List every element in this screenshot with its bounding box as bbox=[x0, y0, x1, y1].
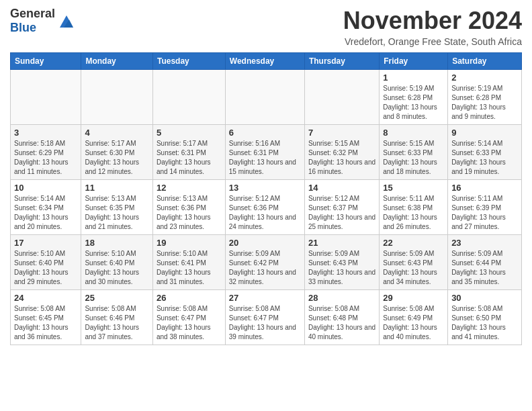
day-number: 11 bbox=[85, 183, 149, 193]
calendar-cell: 25Sunrise: 5:08 AM Sunset: 6:46 PM Dayli… bbox=[81, 290, 153, 345]
day-number: 6 bbox=[229, 128, 301, 138]
day-info: Sunrise: 5:14 AM Sunset: 6:33 PM Dayligh… bbox=[451, 139, 518, 177]
day-info: Sunrise: 5:08 AM Sunset: 6:47 PM Dayligh… bbox=[229, 304, 301, 342]
day-info: Sunrise: 5:11 AM Sunset: 6:38 PM Dayligh… bbox=[383, 194, 444, 232]
day-info: Sunrise: 5:19 AM Sunset: 6:28 PM Dayligh… bbox=[383, 84, 444, 122]
day-info: Sunrise: 5:09 AM Sunset: 6:43 PM Dayligh… bbox=[308, 249, 375, 287]
day-number: 17 bbox=[14, 238, 77, 248]
calendar-cell: 6Sunrise: 5:16 AM Sunset: 6:31 PM Daylig… bbox=[225, 125, 304, 180]
calendar-cell: 9Sunrise: 5:14 AM Sunset: 6:33 PM Daylig… bbox=[448, 125, 522, 180]
day-info: Sunrise: 5:08 AM Sunset: 6:46 PM Dayligh… bbox=[85, 304, 149, 342]
calendar-cell: 18Sunrise: 5:10 AM Sunset: 6:40 PM Dayli… bbox=[81, 235, 153, 290]
day-info: Sunrise: 5:16 AM Sunset: 6:31 PM Dayligh… bbox=[229, 139, 301, 177]
day-info: Sunrise: 5:08 AM Sunset: 6:49 PM Dayligh… bbox=[383, 304, 444, 342]
weekday-monday: Monday bbox=[81, 53, 153, 70]
calendar-cell: 12Sunrise: 5:13 AM Sunset: 6:36 PM Dayli… bbox=[152, 180, 225, 235]
day-number: 28 bbox=[308, 293, 375, 303]
calendar-cell: 28Sunrise: 5:08 AM Sunset: 6:48 PM Dayli… bbox=[304, 290, 379, 345]
day-info: Sunrise: 5:10 AM Sunset: 6:40 PM Dayligh… bbox=[85, 249, 149, 287]
calendar-cell bbox=[304, 70, 379, 125]
day-number: 12 bbox=[157, 183, 222, 193]
week-row-4: 24Sunrise: 5:08 AM Sunset: 6:45 PM Dayli… bbox=[11, 290, 522, 345]
calendar-cell: 23Sunrise: 5:09 AM Sunset: 6:44 PM Dayli… bbox=[448, 235, 522, 290]
calendar-cell: 29Sunrise: 5:08 AM Sunset: 6:49 PM Dayli… bbox=[380, 290, 448, 345]
day-number: 3 bbox=[14, 128, 77, 138]
calendar-cell bbox=[152, 70, 225, 125]
day-number: 7 bbox=[308, 128, 375, 138]
day-number: 23 bbox=[451, 238, 518, 248]
day-number: 14 bbox=[308, 183, 375, 193]
calendar-cell: 22Sunrise: 5:09 AM Sunset: 6:43 PM Dayli… bbox=[380, 235, 448, 290]
day-info: Sunrise: 5:08 AM Sunset: 6:47 PM Dayligh… bbox=[157, 304, 222, 342]
calendar-cell: 26Sunrise: 5:08 AM Sunset: 6:47 PM Dayli… bbox=[152, 290, 225, 345]
day-info: Sunrise: 5:08 AM Sunset: 6:45 PM Dayligh… bbox=[14, 304, 77, 342]
calendar-cell: 10Sunrise: 5:14 AM Sunset: 6:34 PM Dayli… bbox=[11, 180, 81, 235]
calendar-cell: 27Sunrise: 5:08 AM Sunset: 6:47 PM Dayli… bbox=[225, 290, 304, 345]
day-number: 4 bbox=[85, 128, 149, 138]
day-number: 8 bbox=[383, 128, 444, 138]
day-number: 5 bbox=[157, 128, 222, 138]
calendar-body: 1Sunrise: 5:19 AM Sunset: 6:28 PM Daylig… bbox=[11, 70, 522, 345]
day-info: Sunrise: 5:08 AM Sunset: 6:50 PM Dayligh… bbox=[451, 304, 518, 342]
day-info: Sunrise: 5:08 AM Sunset: 6:48 PM Dayligh… bbox=[308, 304, 375, 342]
logo-icon bbox=[57, 11, 76, 30]
day-info: Sunrise: 5:10 AM Sunset: 6:40 PM Dayligh… bbox=[14, 249, 77, 287]
day-info: Sunrise: 5:18 AM Sunset: 6:29 PM Dayligh… bbox=[14, 139, 77, 177]
day-info: Sunrise: 5:09 AM Sunset: 6:42 PM Dayligh… bbox=[229, 249, 301, 287]
day-info: Sunrise: 5:19 AM Sunset: 6:28 PM Dayligh… bbox=[451, 84, 518, 122]
week-row-1: 3Sunrise: 5:18 AM Sunset: 6:29 PM Daylig… bbox=[11, 125, 522, 180]
logo: General Blue bbox=[10, 7, 76, 35]
page-container: General Blue November 2024 Vredefort, Or… bbox=[0, 0, 532, 352]
logo-text: General Blue bbox=[10, 7, 55, 35]
day-info: Sunrise: 5:11 AM Sunset: 6:39 PM Dayligh… bbox=[451, 194, 518, 232]
day-number: 9 bbox=[451, 128, 518, 138]
day-number: 15 bbox=[383, 183, 444, 193]
calendar-cell bbox=[11, 70, 81, 125]
day-number: 10 bbox=[14, 183, 77, 193]
day-number: 2 bbox=[451, 73, 518, 83]
weekday-tuesday: Tuesday bbox=[152, 53, 225, 70]
day-info: Sunrise: 5:12 AM Sunset: 6:37 PM Dayligh… bbox=[308, 194, 375, 232]
day-number: 19 bbox=[157, 238, 222, 248]
day-number: 22 bbox=[383, 238, 444, 248]
calendar-cell: 1Sunrise: 5:19 AM Sunset: 6:28 PM Daylig… bbox=[380, 70, 448, 125]
calendar-cell: 5Sunrise: 5:17 AM Sunset: 6:31 PM Daylig… bbox=[152, 125, 225, 180]
logo-blue: Blue bbox=[10, 21, 55, 35]
day-info: Sunrise: 5:17 AM Sunset: 6:30 PM Dayligh… bbox=[85, 139, 149, 177]
day-number: 13 bbox=[229, 183, 301, 193]
day-info: Sunrise: 5:09 AM Sunset: 6:43 PM Dayligh… bbox=[383, 249, 444, 287]
weekday-friday: Friday bbox=[380, 53, 448, 70]
calendar-cell: 11Sunrise: 5:13 AM Sunset: 6:35 PM Dayli… bbox=[81, 180, 153, 235]
week-row-2: 10Sunrise: 5:14 AM Sunset: 6:34 PM Dayli… bbox=[11, 180, 522, 235]
calendar-header: SundayMondayTuesdayWednesdayThursdayFrid… bbox=[11, 53, 522, 70]
day-number: 29 bbox=[383, 293, 444, 303]
calendar-cell: 13Sunrise: 5:12 AM Sunset: 6:36 PM Dayli… bbox=[225, 180, 304, 235]
weekday-thursday: Thursday bbox=[304, 53, 379, 70]
week-row-3: 17Sunrise: 5:10 AM Sunset: 6:40 PM Dayli… bbox=[11, 235, 522, 290]
calendar-cell: 19Sunrise: 5:10 AM Sunset: 6:41 PM Dayli… bbox=[152, 235, 225, 290]
day-info: Sunrise: 5:17 AM Sunset: 6:31 PM Dayligh… bbox=[157, 139, 222, 177]
day-info: Sunrise: 5:15 AM Sunset: 6:33 PM Dayligh… bbox=[383, 139, 444, 177]
logo-general: General bbox=[10, 7, 55, 21]
day-number: 27 bbox=[229, 293, 301, 303]
calendar-cell: 15Sunrise: 5:11 AM Sunset: 6:38 PM Dayli… bbox=[380, 180, 448, 235]
weekday-sunday: Sunday bbox=[11, 53, 81, 70]
day-number: 20 bbox=[229, 238, 301, 248]
calendar-cell: 24Sunrise: 5:08 AM Sunset: 6:45 PM Dayli… bbox=[11, 290, 81, 345]
weekday-row: SundayMondayTuesdayWednesdayThursdayFrid… bbox=[11, 53, 522, 70]
day-info: Sunrise: 5:14 AM Sunset: 6:34 PM Dayligh… bbox=[14, 194, 77, 232]
location: Vredefort, Orange Free State, South Afri… bbox=[343, 36, 522, 47]
day-number: 18 bbox=[85, 238, 149, 248]
weekday-saturday: Saturday bbox=[448, 53, 522, 70]
day-info: Sunrise: 5:13 AM Sunset: 6:36 PM Dayligh… bbox=[157, 194, 222, 232]
day-number: 24 bbox=[14, 293, 77, 303]
title-area: November 2024 Vredefort, Orange Free Sta… bbox=[343, 7, 522, 47]
day-number: 25 bbox=[85, 293, 149, 303]
day-info: Sunrise: 5:12 AM Sunset: 6:36 PM Dayligh… bbox=[229, 194, 301, 232]
day-info: Sunrise: 5:10 AM Sunset: 6:41 PM Dayligh… bbox=[157, 249, 222, 287]
calendar-cell: 17Sunrise: 5:10 AM Sunset: 6:40 PM Dayli… bbox=[11, 235, 81, 290]
day-number: 26 bbox=[157, 293, 222, 303]
month-title: November 2024 bbox=[343, 7, 522, 35]
calendar-cell: 3Sunrise: 5:18 AM Sunset: 6:29 PM Daylig… bbox=[11, 125, 81, 180]
header: General Blue November 2024 Vredefort, Or… bbox=[10, 7, 522, 47]
